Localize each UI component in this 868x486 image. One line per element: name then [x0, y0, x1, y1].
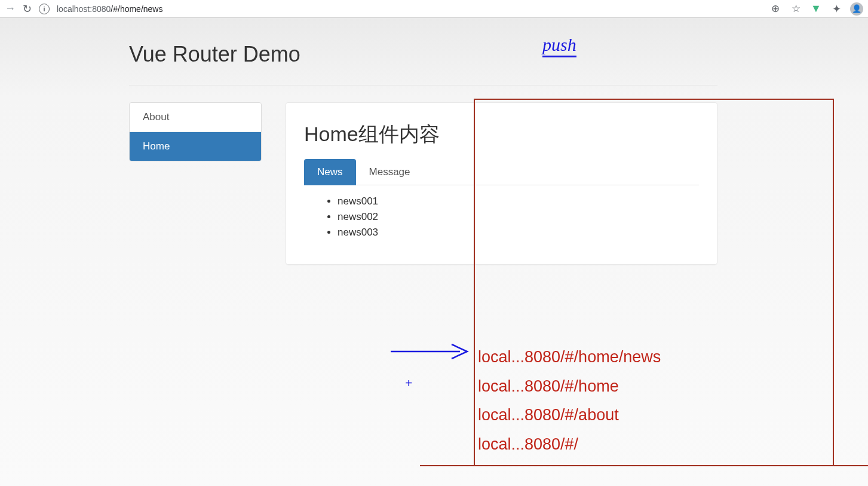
- annotation-arrow-icon: [388, 340, 472, 363]
- extensions-icon[interactable]: ✦: [830, 2, 843, 16]
- vue-devtools-icon[interactable]: ▼: [809, 2, 823, 15]
- content-panel: Home组件内容 News Message news001 news002 ne…: [286, 102, 717, 265]
- list-item: news003: [338, 225, 699, 240]
- tab-label: Message: [369, 166, 410, 178]
- zoom-icon[interactable]: ⊕: [769, 2, 782, 15]
- sidebar-item-label: Home: [143, 140, 170, 152]
- content-heading: Home组件内容: [304, 121, 699, 148]
- annotation-stack-entry: local...8080/#/home: [478, 372, 661, 401]
- url-host: localhost: [57, 4, 90, 14]
- sidebar-item-label: About: [143, 111, 169, 123]
- news-list: news001 news002 news003: [304, 194, 699, 240]
- address-bar[interactable]: localhost:8080/#/home/news: [57, 4, 162, 14]
- tab-label: News: [317, 166, 343, 178]
- bookmark-star-icon[interactable]: ☆: [789, 2, 802, 15]
- sidebar-item-about[interactable]: About: [130, 103, 261, 132]
- browser-toolbar: → ↻ i localhost:8080/#/home/news ⊕ ☆ ▼ ✦…: [0, 0, 868, 18]
- page-body: Vue Router Demo About Home Home组件内容 News: [0, 18, 868, 265]
- profile-avatar-icon[interactable]: 👤: [850, 2, 863, 16]
- tab-bar: News Message: [304, 159, 699, 185]
- url-port: :8080: [90, 4, 111, 14]
- url-path: /#/home/news: [111, 4, 162, 14]
- site-info-icon[interactable]: i: [39, 4, 50, 14]
- title-divider: [129, 85, 717, 85]
- sidebar-item-home[interactable]: Home: [130, 132, 261, 161]
- tab-news[interactable]: News: [304, 159, 356, 185]
- sidebar-nav: About Home: [129, 102, 262, 161]
- annotation-stack-entry: local...8080/#/: [478, 430, 661, 459]
- tab-message[interactable]: Message: [356, 159, 424, 185]
- reload-icon[interactable]: ↻: [23, 2, 32, 16]
- forward-arrow-icon[interactable]: →: [5, 2, 16, 15]
- list-item: news002: [338, 209, 699, 225]
- annotation-history-stack: local...8080/#/home/news local...8080/#/…: [478, 343, 661, 459]
- annotation-stack-entry: local...8080/#/about: [478, 401, 661, 430]
- list-item: news001: [338, 194, 699, 209]
- page-title: Vue Router Demo: [129, 42, 717, 67]
- annotation-baseline: [420, 465, 868, 466]
- annotation-plus-icon: +: [405, 375, 413, 391]
- annotation-stack-entry: local...8080/#/home/news: [478, 343, 661, 372]
